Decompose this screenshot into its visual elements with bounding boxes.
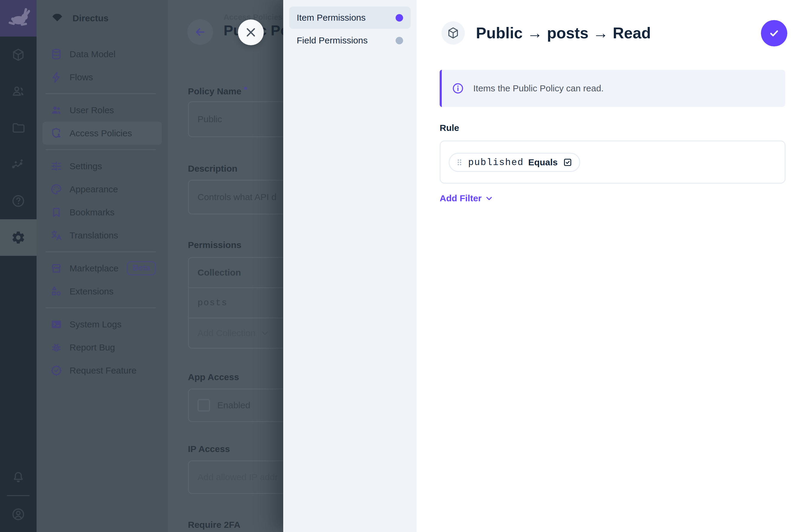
nav-item-access-policies[interactable]: Access Policies xyxy=(42,121,162,145)
module-settings[interactable] xyxy=(0,219,37,256)
nav-item-data-model[interactable]: Data Model xyxy=(42,42,162,65)
description-label: Description xyxy=(188,164,237,174)
info-icon xyxy=(452,82,464,95)
module-help[interactable] xyxy=(0,183,37,219)
shapes-icon xyxy=(50,285,63,298)
bell-icon xyxy=(11,471,25,485)
drawer-nav-field-permissions[interactable]: Field Permissions xyxy=(289,30,411,52)
nav-item-translations[interactable]: Translations xyxy=(42,224,162,247)
database-icon xyxy=(50,48,63,60)
nav-item-extensions[interactable]: Extensions xyxy=(42,280,162,303)
settings-nav-list: Data Model Flows User Roles Access Polic… xyxy=(37,37,168,382)
nav-item-appearance[interactable]: Appearance xyxy=(42,178,162,201)
box-icon xyxy=(11,48,25,62)
inactive-dot xyxy=(395,37,403,44)
required-marker: * xyxy=(244,84,247,94)
chevron-down-icon xyxy=(260,328,270,338)
nav-item-report-bug[interactable]: Report Bug xyxy=(42,336,162,359)
enabled-checkbox[interactable] xyxy=(198,399,210,412)
nav-item-system-logs[interactable]: System Logs xyxy=(42,313,162,336)
drawer-nav-item-permissions[interactable]: Item Permissions xyxy=(289,6,411,29)
arrow-left-icon xyxy=(194,26,206,38)
rule-label: Rule xyxy=(440,123,459,133)
nav-divider xyxy=(45,93,156,94)
bolt-icon xyxy=(50,71,63,83)
beta-badge: Beta xyxy=(127,261,156,275)
user-menu-button[interactable] xyxy=(0,496,37,532)
nav-item-flows[interactable]: Flows xyxy=(42,65,162,89)
translate-icon xyxy=(50,229,63,242)
filter-field[interactable]: published xyxy=(468,157,523,168)
nav-divider xyxy=(45,251,156,252)
close-drawer-button[interactable] xyxy=(238,19,264,45)
module-insights[interactable] xyxy=(0,146,37,183)
add-filter-button[interactable]: Add Filter xyxy=(440,193,494,203)
drawer-header-avatar xyxy=(442,21,465,45)
nav-item-user-roles[interactable]: User Roles xyxy=(42,98,162,121)
directus-logo[interactable] xyxy=(0,0,37,37)
drawer-title: Public → posts → Read xyxy=(476,24,651,42)
module-content[interactable] xyxy=(0,37,37,73)
nav-item-marketplace[interactable]: Marketplace Beta xyxy=(42,257,162,280)
notifications-button[interactable] xyxy=(0,459,37,496)
insights-icon xyxy=(11,157,25,172)
palette-icon xyxy=(50,183,63,196)
back-button[interactable] xyxy=(187,19,213,45)
module-list xyxy=(0,37,37,256)
nav-item-request-feature[interactable]: Request Feature xyxy=(42,359,162,382)
box-icon xyxy=(447,26,460,40)
project-name: Directus xyxy=(73,13,109,23)
drag-handle-icon[interactable] xyxy=(455,158,464,167)
help-icon xyxy=(11,194,25,208)
rabbit-logo-icon xyxy=(6,6,30,30)
nav-divider xyxy=(45,149,156,150)
notice-text: Items the Public Policy can read. xyxy=(473,83,604,93)
storefront-icon xyxy=(50,262,63,275)
badge-check-icon xyxy=(50,364,63,377)
save-button[interactable] xyxy=(761,20,787,46)
bug-icon xyxy=(50,341,63,354)
shield-user-icon xyxy=(50,127,63,139)
permissions-label: Permissions xyxy=(188,240,241,250)
people-icon xyxy=(50,104,63,116)
checked-checkbox-icon[interactable] xyxy=(562,157,573,168)
policy-name-label: Policy Name* xyxy=(188,84,247,96)
settings-nav-panel: Directus Data Model Flows User Roles Acc… xyxy=(37,0,168,532)
check-icon xyxy=(767,26,781,40)
users-icon xyxy=(11,84,25,98)
nav-item-bookmarks[interactable]: Bookmarks xyxy=(42,201,162,224)
directus-app-window: Access Policies Public Policy Policy Nam… xyxy=(0,0,796,532)
terminal-icon xyxy=(50,318,63,331)
require-2fa-label: Require 2FA xyxy=(188,520,240,530)
nav-item-settings[interactable]: Settings xyxy=(42,155,162,178)
filter-chip[interactable]: published Equals xyxy=(449,153,580,172)
folder-icon xyxy=(11,121,25,135)
enabled-checkbox-label: Enabled xyxy=(217,400,250,411)
module-bar xyxy=(0,0,37,532)
project-icon xyxy=(50,11,65,26)
active-dot xyxy=(395,14,403,22)
filter-operator[interactable]: Equals xyxy=(528,157,557,168)
nav-divider xyxy=(45,307,156,308)
module-files[interactable] xyxy=(0,110,37,146)
module-users[interactable] xyxy=(0,73,37,110)
project-header[interactable]: Directus xyxy=(37,0,168,37)
bookmark-icon xyxy=(50,206,63,219)
drawer-content: Public → posts → Read Items the Public P… xyxy=(416,0,796,532)
account-icon xyxy=(11,507,25,521)
chevron-down-icon xyxy=(485,194,494,203)
tune-icon xyxy=(50,160,63,173)
ip-access-label: IP Access xyxy=(188,444,230,454)
drawer-nav-panel: Item Permissions Field Permissions xyxy=(283,0,416,532)
close-icon xyxy=(245,26,257,38)
app-access-label: App Access xyxy=(188,372,239,382)
rule-filter-box: published Equals xyxy=(440,140,785,184)
info-notice: Items the Public Policy can read. xyxy=(440,70,785,107)
settings-gear-icon xyxy=(11,230,26,245)
